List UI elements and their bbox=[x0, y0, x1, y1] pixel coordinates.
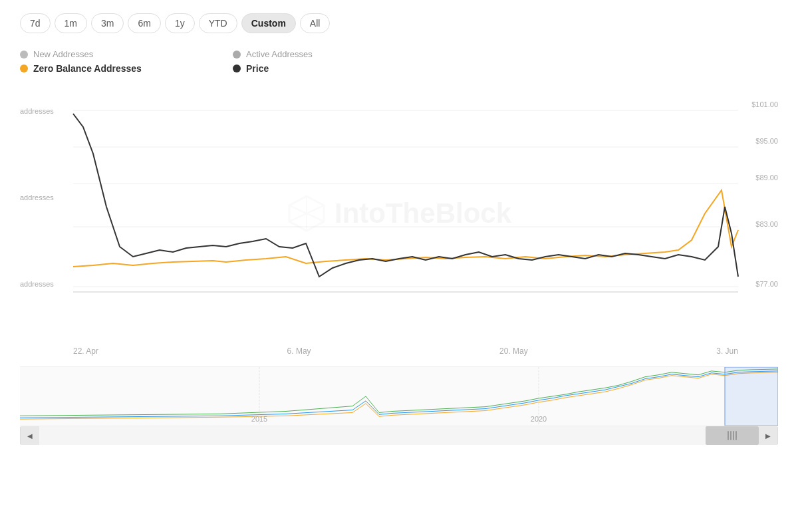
x-axis-labels: 22. Apr 6. May 20. May 3. Jun bbox=[20, 346, 778, 356]
filter-btn-6m[interactable]: 6m bbox=[128, 13, 160, 33]
mini-chart-svg bbox=[20, 367, 778, 426]
legend-label-new-addresses: New Addresses bbox=[33, 49, 93, 59]
legend-item-active-addresses: Active Addresses bbox=[233, 49, 419, 59]
legend-dot-price bbox=[233, 65, 241, 72]
svg-rect-12 bbox=[725, 367, 778, 426]
x-label-1: 22. Apr bbox=[73, 346, 98, 356]
legend-label-price: Price bbox=[246, 63, 269, 74]
y-axis-left-label-1: addresses bbox=[20, 107, 54, 115]
filter-btn-7d[interactable]: 7d bbox=[20, 13, 51, 33]
legend-dot-active-addresses bbox=[233, 51, 241, 59]
filter-btn-3m[interactable]: 3m bbox=[91, 13, 124, 33]
filter-btn-1y[interactable]: 1y bbox=[165, 13, 195, 33]
legend-dot-zero-balance bbox=[20, 65, 28, 72]
y-axis-right-label-5: $77.00 bbox=[755, 280, 778, 288]
y-axis-left-label-3: addresses bbox=[20, 280, 54, 288]
scroll-track bbox=[39, 426, 759, 445]
mini-chart-area: 2015 2020 bbox=[20, 366, 778, 426]
legend-dot-new-addresses bbox=[20, 51, 28, 59]
time-filter-bar: 7d1m3m6m1yYTDCustomAll bbox=[20, 13, 778, 33]
scrollbar[interactable]: ◀ ▶ bbox=[20, 426, 778, 445]
legend-label-zero-balance: Zero Balance Addresses bbox=[33, 63, 142, 74]
main-chart-svg bbox=[20, 87, 778, 340]
legend-item-new-addresses: New Addresses bbox=[20, 49, 206, 59]
main-chart-area: IntoTheBlock addresses addresses address… bbox=[20, 87, 778, 340]
x-label-3: 20. May bbox=[499, 346, 528, 356]
y-axis-right-label-1: $101.00 bbox=[751, 100, 778, 108]
filter-btn-1m[interactable]: 1m bbox=[55, 13, 87, 33]
legend-label-active-addresses: Active Addresses bbox=[246, 49, 313, 59]
filter-btn-ytd[interactable]: YTD bbox=[199, 13, 237, 33]
y-axis-right-label-3: $89.00 bbox=[755, 174, 778, 182]
y-axis-right-label-4: $83.00 bbox=[755, 220, 778, 228]
scroll-thumb[interactable] bbox=[706, 426, 759, 445]
x-label-4: 3. Jun bbox=[716, 346, 738, 356]
mini-x-label-2015: 2015 bbox=[251, 415, 267, 423]
main-container: 7d1m3m6m1yYTDCustomAll New AddressesActi… bbox=[0, 0, 798, 458]
legend-item-zero-balance: Zero Balance Addresses bbox=[20, 63, 206, 74]
scroll-left-button[interactable]: ◀ bbox=[21, 426, 39, 445]
scroll-thumb-handle bbox=[728, 431, 737, 440]
y-axis-right-label-2: $95.00 bbox=[755, 137, 778, 145]
filter-btn-custom[interactable]: Custom bbox=[241, 13, 296, 33]
filter-btn-all[interactable]: All bbox=[300, 13, 331, 33]
mini-x-label-2020: 2020 bbox=[531, 415, 547, 423]
scroll-right-button[interactable]: ▶ bbox=[759, 426, 777, 445]
legend-item-price: Price bbox=[233, 63, 419, 74]
x-label-2: 6. May bbox=[287, 346, 311, 356]
y-axis-left-label-2: addresses bbox=[20, 194, 54, 201]
chart-legend: New AddressesActive AddressesZero Balanc… bbox=[20, 49, 419, 74]
